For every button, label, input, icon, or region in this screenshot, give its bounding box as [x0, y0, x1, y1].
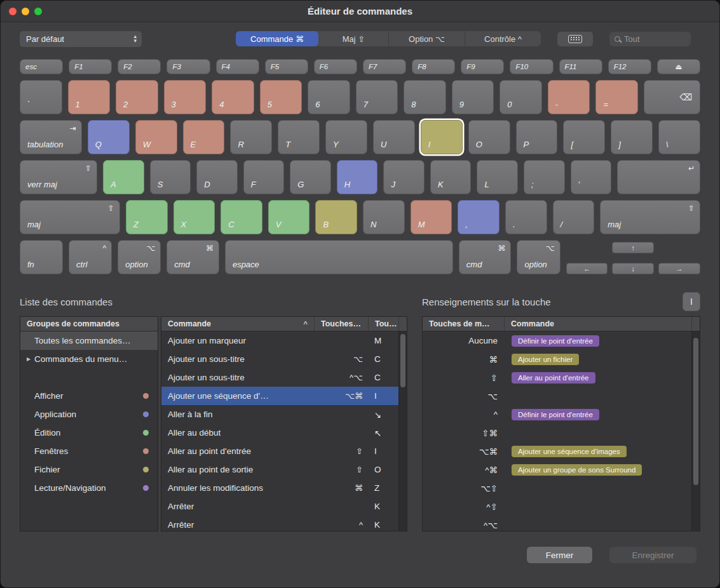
command-row[interactable]: Ajouter une séquence d'…⌥⌘I: [161, 387, 398, 405]
key-f6[interactable]: F6: [314, 59, 357, 74]
key-p[interactable]: P: [516, 120, 558, 154]
key-b[interactable]: B: [315, 200, 357, 234]
key-detail-row[interactable]: ^⇧: [423, 497, 691, 516]
group-row[interactable]: Fenêtres: [20, 442, 158, 460]
segment-maj[interactable]: Maj ⇧: [318, 31, 388, 46]
close-button[interactable]: Fermer: [527, 547, 592, 563]
commands-header-key[interactable]: Tou…: [368, 317, 398, 331]
command-row[interactable]: Ajouter un marqueurM: [161, 331, 398, 350]
command-row[interactable]: Arrêter^K: [161, 516, 398, 531]
key-h[interactable]: H: [337, 160, 378, 194]
key-eject[interactable]: ⏏: [657, 59, 700, 74]
key-g[interactable]: G: [290, 160, 331, 194]
key-shift-right[interactable]: maj⇧: [600, 200, 700, 234]
key-f7[interactable]: F7: [363, 59, 406, 74]
key-period[interactable]: .: [505, 200, 547, 234]
key-minus[interactable]: -: [548, 80, 590, 114]
key-f5[interactable]: F5: [265, 59, 308, 74]
key-detail-row[interactable]: ⌥: [423, 387, 691, 405]
command-row[interactable]: Annuler les modifications⌘Z: [161, 479, 398, 497]
key-3[interactable]: 3: [164, 80, 207, 114]
key-delete[interactable]: ⌫: [644, 80, 700, 114]
key-v[interactable]: V: [268, 200, 310, 234]
key-detail-scrollbar-thumb[interactable]: [693, 338, 698, 485]
segment-controle[interactable]: Contrôle ^: [465, 31, 541, 46]
key-u[interactable]: U: [373, 120, 415, 154]
group-row[interactable]: Lecture/Navigation: [20, 479, 158, 497]
key-f4[interactable]: F4: [216, 59, 259, 74]
key-f3[interactable]: F3: [166, 59, 210, 74]
key-t[interactable]: T: [278, 120, 320, 154]
key-bracket-left[interactable]: [: [563, 120, 605, 154]
key-bracket-right[interactable]: ]: [611, 120, 653, 154]
key-l[interactable]: L: [477, 160, 518, 194]
key-detail-row[interactable]: ⌥⌘Ajouter une séquence d'images: [423, 442, 691, 460]
key-c[interactable]: C: [221, 200, 262, 234]
key-f[interactable]: F: [243, 160, 285, 194]
key-q[interactable]: Q: [88, 120, 130, 154]
key-o[interactable]: O: [468, 120, 510, 154]
key-detail-row[interactable]: ^⌘Ajouter un groupe de sons Surround: [423, 460, 691, 479]
keyboard-layout-button[interactable]: [557, 32, 593, 46]
key-fn[interactable]: fn: [20, 240, 63, 274]
groups-header-cell[interactable]: Groupes de commandes: [20, 317, 119, 331]
key-e[interactable]: E: [183, 120, 225, 154]
group-row[interactable]: ▶Commandes du menu…: [20, 350, 158, 368]
key-detail-row[interactable]: ^⌥: [423, 516, 691, 531]
search-field[interactable]: [609, 32, 691, 46]
key-backslash[interactable]: \: [658, 120, 700, 154]
key-quote[interactable]: ': [571, 160, 612, 194]
disclosure-triangle-icon[interactable]: ▶: [27, 356, 31, 362]
key-z[interactable]: Z: [126, 200, 168, 234]
key-detail-row[interactable]: ^Définir le point d'entrée: [423, 405, 691, 424]
group-row[interactable]: Fichier: [20, 460, 158, 479]
key-shift-left[interactable]: maj⇧: [20, 200, 120, 234]
command-row[interactable]: Aller au point d'entrée⇧I: [161, 442, 398, 460]
key-detail-row[interactable]: ⌘Ajouter un fichier: [423, 350, 691, 368]
key-4[interactable]: 4: [212, 80, 254, 114]
key-tab[interactable]: tabulation⇥: [20, 120, 82, 154]
key-option-left[interactable]: option⌥: [118, 240, 161, 274]
key-n[interactable]: N: [363, 200, 405, 234]
key-cmd-left[interactable]: cmd⌘: [166, 240, 219, 274]
key-f1[interactable]: F1: [69, 59, 112, 74]
minimize-window-button[interactable]: [22, 8, 29, 15]
commands-header-command[interactable]: Commande^: [161, 317, 314, 331]
key-option-right[interactable]: option⌥: [517, 240, 560, 274]
segment-option[interactable]: Option ⌥: [388, 31, 465, 46]
key-f12[interactable]: F12: [608, 59, 651, 74]
key-r[interactable]: R: [230, 120, 272, 154]
commands-scrollbar-thumb[interactable]: [400, 334, 405, 387]
key-equals[interactable]: =: [595, 80, 638, 114]
key-5[interactable]: 5: [260, 80, 302, 114]
key-6[interactable]: 6: [308, 80, 350, 114]
key-detail-header-modifiers[interactable]: Touches de m…: [423, 317, 504, 331]
segment-commande[interactable]: Commande ⌘: [236, 31, 318, 46]
key-detail-scrollbar[interactable]: [691, 331, 700, 531]
key-a[interactable]: A: [103, 160, 144, 194]
key-m[interactable]: M: [411, 200, 452, 234]
zoom-window-button[interactable]: [34, 8, 42, 15]
key-arrow-down[interactable]: ↓: [612, 263, 654, 274]
key-7[interactable]: 7: [356, 80, 398, 114]
key-detail-row[interactable]: AucuneDéfinir le point d'entrée: [423, 331, 691, 350]
command-row[interactable]: Aller au point de sortie⇧O: [161, 460, 398, 479]
command-row[interactable]: ArrêterK: [161, 497, 398, 516]
command-row[interactable]: Aller au début↖: [161, 424, 398, 442]
key-cmd-right[interactable]: cmd⌘: [459, 240, 512, 274]
key-d[interactable]: D: [196, 160, 238, 194]
commands-header-modifiers[interactable]: Touches…: [314, 317, 368, 331]
save-button[interactable]: Enregistrer: [609, 547, 696, 563]
key-arrow-right[interactable]: →: [658, 263, 700, 274]
key-8[interactable]: 8: [404, 80, 446, 114]
key-0[interactable]: 0: [499, 80, 542, 114]
key-s[interactable]: S: [150, 160, 191, 194]
key-i[interactable]: I: [421, 120, 463, 154]
commands-scrollbar[interactable]: [398, 331, 407, 531]
key-arrow-up[interactable]: ↑: [612, 242, 654, 253]
key-k[interactable]: K: [430, 160, 472, 194]
key-comma[interactable]: ,: [458, 200, 499, 234]
key-f9[interactable]: F9: [461, 59, 504, 74]
key-detail-header-command[interactable]: Commande: [504, 317, 691, 331]
key-ctrl[interactable]: ctrl^: [69, 240, 112, 274]
